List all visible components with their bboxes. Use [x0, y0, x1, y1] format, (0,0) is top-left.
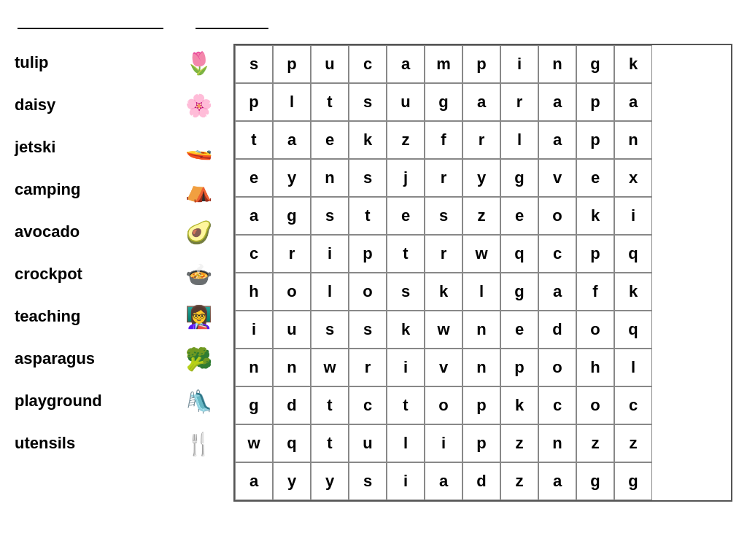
grid-cell-1-6: a — [462, 83, 500, 121]
grid-cell-4-6: z — [462, 197, 500, 235]
grid-cell-3-10: x — [614, 159, 652, 197]
grid-cell-11-2: y — [311, 462, 349, 500]
grid-cell-3-7: g — [500, 159, 538, 197]
grid-cell-9-6: p — [462, 386, 500, 424]
grid-cell-2-7: l — [500, 121, 538, 159]
grid-cell-0-3: c — [349, 45, 387, 83]
grid-cell-11-8: a — [538, 462, 576, 500]
grid-cell-5-2: i — [311, 235, 349, 273]
word-item-tulip: tulip🌷 — [15, 44, 219, 82]
grid-cell-10-4: l — [387, 424, 425, 462]
grid-cell-8-9: h — [576, 349, 614, 386]
grid-cell-8-3: r — [349, 349, 387, 386]
grid-cell-9-8: c — [538, 386, 576, 424]
word-icon-utensils: 🍴 — [179, 425, 219, 462]
grid-cell-9-3: c — [349, 386, 387, 424]
grid-cell-1-1: l — [273, 83, 311, 121]
grid-cell-10-3: u — [349, 424, 387, 462]
word-item-utensils: utensils🍴 — [15, 424, 219, 462]
grid-cell-4-0: a — [235, 197, 273, 235]
grid-cell-1-9: p — [576, 83, 614, 121]
main-content: tulip🌷daisy🌸jetski🚤camping⛺avocado🥑crock… — [15, 44, 732, 502]
name-line — [18, 15, 163, 29]
grid-cell-2-4: z — [387, 121, 425, 159]
grid-cell-9-5: o — [425, 386, 462, 424]
word-label-camping: camping — [15, 180, 80, 199]
grid-cell-8-10: l — [614, 349, 652, 386]
grid-cell-5-6: w — [462, 235, 500, 273]
grid-cell-4-1: g — [273, 197, 311, 235]
word-item-avocado: avocado🥑 — [15, 213, 219, 251]
word-icon-playground: 🛝 — [179, 383, 219, 419]
grid-cell-6-2: l — [311, 273, 349, 311]
word-icon-camping: ⛺ — [179, 171, 219, 208]
grid-cell-7-2: s — [311, 311, 349, 349]
grid-cell-7-9: o — [576, 311, 614, 349]
grid-cell-7-0: i — [235, 311, 273, 349]
grid-cell-0-2: u — [311, 45, 349, 83]
grid-cell-1-3: s — [349, 83, 387, 121]
grid-cell-9-0: g — [235, 386, 273, 424]
grid-cell-10-10: z — [614, 424, 652, 462]
grid-cell-3-2: n — [311, 159, 349, 197]
grid-cell-9-9: o — [576, 386, 614, 424]
grid-cell-8-8: o — [538, 349, 576, 386]
grid-cell-8-6: n — [462, 349, 500, 386]
grid-cell-6-4: s — [387, 273, 425, 311]
grid-cell-0-7: i — [500, 45, 538, 83]
word-icon-tulip: 🌷 — [179, 44, 219, 81]
grid-cell-3-8: v — [538, 159, 576, 197]
grid-cell-3-1: y — [273, 159, 311, 197]
grid-cell-0-6: p — [462, 45, 500, 83]
grid-cell-4-10: i — [614, 197, 652, 235]
grid-cell-8-7: p — [500, 349, 538, 386]
grid-cell-11-3: s — [349, 462, 387, 500]
grid-cell-7-1: u — [273, 311, 311, 349]
grid-cell-6-0: h — [235, 273, 273, 311]
word-label-tulip: tulip — [15, 53, 48, 72]
grid-cell-5-8: c — [538, 235, 576, 273]
grid-cell-7-7: e — [500, 311, 538, 349]
date-line — [196, 15, 268, 29]
word-item-teaching: teaching👩‍🏫 — [15, 298, 219, 335]
date-field — [193, 15, 268, 29]
grid-cell-11-1: y — [273, 462, 311, 500]
word-item-crockpot: crockpot🍲 — [15, 255, 219, 293]
word-item-playground: playground🛝 — [15, 382, 219, 420]
grid-cell-10-5: i — [425, 424, 462, 462]
grid-cell-4-3: t — [349, 197, 387, 235]
grid-cell-8-0: n — [235, 349, 273, 386]
word-label-jetski: jetski — [15, 138, 55, 157]
grid-cell-10-1: q — [273, 424, 311, 462]
grid-cell-11-10: g — [614, 462, 652, 500]
grid-cell-8-1: n — [273, 349, 311, 386]
word-icon-daisy: 🌸 — [179, 87, 219, 123]
grid-cell-6-3: o — [349, 273, 387, 311]
grid-cell-4-2: s — [311, 197, 349, 235]
grid-cell-0-8: n — [538, 45, 576, 83]
grid-cell-11-0: a — [235, 462, 273, 500]
grid-cell-3-9: e — [576, 159, 614, 197]
word-icon-avocado: 🥑 — [179, 214, 219, 250]
grid-cell-10-7: z — [500, 424, 538, 462]
grid-cell-4-7: e — [500, 197, 538, 235]
grid-cell-6-10: k — [614, 273, 652, 311]
grid-cell-10-0: w — [235, 424, 273, 462]
grid-cell-7-10: q — [614, 311, 652, 349]
grid-cell-11-5: a — [425, 462, 462, 500]
grid-cell-2-2: e — [311, 121, 349, 159]
grid-cell-10-9: z — [576, 424, 614, 462]
word-icon-crockpot: 🍲 — [179, 256, 219, 292]
grid-cell-11-7: z — [500, 462, 538, 500]
grid-cell-5-0: c — [235, 235, 273, 273]
grid-cell-2-0: t — [235, 121, 273, 159]
grid-cell-3-5: r — [425, 159, 462, 197]
grid-cell-8-5: v — [425, 349, 462, 386]
grid-cell-1-0: p — [235, 83, 273, 121]
grid-cell-11-6: d — [462, 462, 500, 500]
grid-cell-6-6: l — [462, 273, 500, 311]
word-label-teaching: teaching — [15, 307, 80, 326]
grid-cell-2-8: a — [538, 121, 576, 159]
grid-cell-4-4: e — [387, 197, 425, 235]
grid-cell-9-4: t — [387, 386, 425, 424]
